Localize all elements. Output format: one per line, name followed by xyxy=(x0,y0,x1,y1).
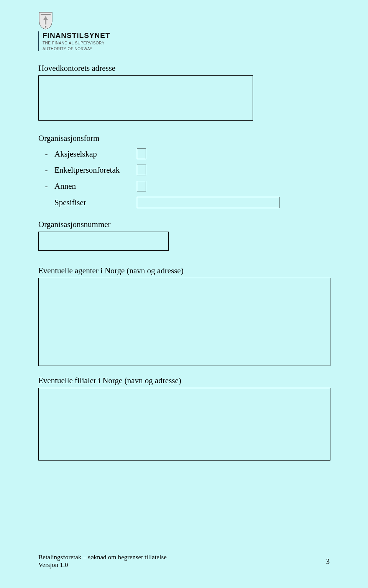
spesifiser-row: Spesifiser xyxy=(38,197,330,208)
svg-point-1 xyxy=(45,26,46,28)
dash: - xyxy=(38,149,54,159)
page-number: 3 xyxy=(326,557,330,566)
option-enkelt-label: Enkeltpersonforetak xyxy=(54,165,137,175)
address-input[interactable] xyxy=(38,75,253,121)
brand-sub2: AUTHORITY OF NORWAY xyxy=(43,46,110,51)
dash: - xyxy=(38,165,54,175)
footer-line1: Betalingsforetak – søknad om begrenset t… xyxy=(38,554,167,561)
orgnr-label: Organisasjonsnummer xyxy=(38,220,330,229)
crest-icon xyxy=(38,11,53,30)
address-label: Hovedkontorets adresse xyxy=(38,64,330,73)
brand-sub1: THE FINANCIAL SUPERVISORY xyxy=(43,41,110,46)
option-enkeltpersonforetak: - Enkeltpersonforetak xyxy=(38,165,330,175)
org-form-section: Organisasjonsform - Aksjeselskap - Enkel… xyxy=(38,134,330,208)
checkbox-enkeltpersonforetak[interactable] xyxy=(137,165,146,175)
agents-input[interactable] xyxy=(38,278,330,366)
option-annen: - Annen xyxy=(38,181,330,191)
svg-rect-0 xyxy=(41,14,51,15)
branches-label: Eventuelle filialer i Norge (navn og adr… xyxy=(38,376,330,385)
brand-text: FINANSTILSYNET THE FINANCIAL SUPERVISORY… xyxy=(43,31,110,51)
brand-name: FINANSTILSYNET xyxy=(43,31,110,40)
orgform-label: Organisasjonsform xyxy=(38,134,330,143)
brand-row: FINANSTILSYNET THE FINANCIAL SUPERVISORY… xyxy=(38,31,330,51)
footer-line2: Versjon 1.0 xyxy=(38,561,167,569)
spesifiser-input[interactable] xyxy=(137,197,279,208)
form-page: FINANSTILSYNET THE FINANCIAL SUPERVISORY… xyxy=(0,0,368,461)
agents-label: Eventuelle agenter i Norge (navn og adre… xyxy=(38,266,330,276)
footer: Betalingsforetak – søknad om begrenset t… xyxy=(38,554,167,569)
branches-input[interactable] xyxy=(38,388,330,461)
checkbox-aksjeselskap[interactable] xyxy=(137,149,146,159)
logo-block: FINANSTILSYNET THE FINANCIAL SUPERVISORY… xyxy=(38,11,330,51)
option-annen-label: Annen xyxy=(54,181,137,191)
brand-divider xyxy=(38,31,39,51)
dash: - xyxy=(38,181,54,191)
orgnr-input[interactable] xyxy=(38,232,169,251)
option-aksjeselskap-label: Aksjeselskap xyxy=(54,149,137,159)
option-aksjeselskap: - Aksjeselskap xyxy=(38,149,330,159)
spesifiser-label: Spesifiser xyxy=(38,198,137,207)
checkbox-annen[interactable] xyxy=(137,181,146,191)
